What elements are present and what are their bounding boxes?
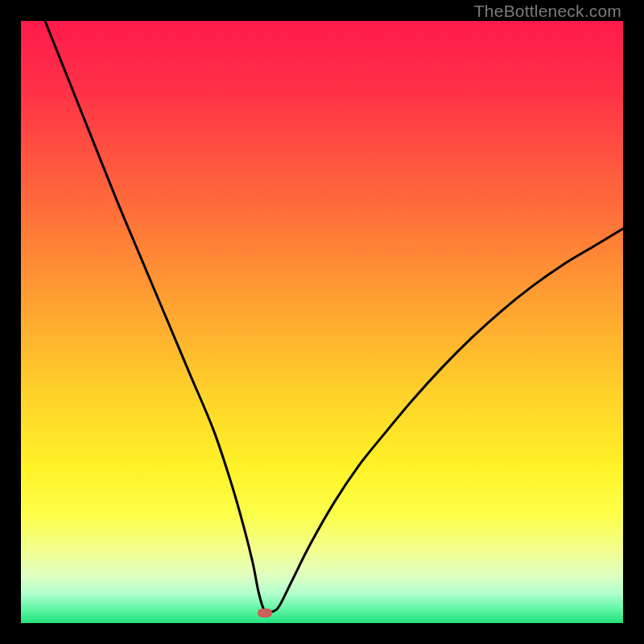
bottleneck-curve [21, 21, 623, 623]
watermark-text: TheBottleneck.com [474, 2, 621, 21]
optimal-point-marker [258, 609, 272, 617]
plot-area [21, 21, 623, 623]
chart-frame: TheBottleneck.com [0, 0, 644, 644]
